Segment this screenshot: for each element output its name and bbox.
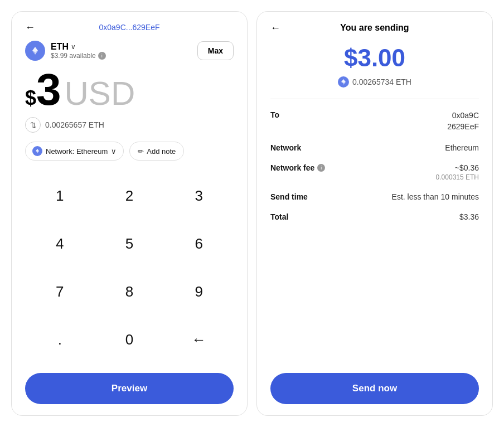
network-label: Network: Ethereum <box>46 147 108 156</box>
fee-row: Network fee i ~$0.36 0.000315 ETH <box>270 163 479 181</box>
preview-button[interactable]: Preview <box>25 373 234 404</box>
send-eth-logo-icon <box>338 76 349 88</box>
send-panel-right: ← You are sending $3.00 0.00265734 ETH T… <box>256 11 493 416</box>
network-button[interactable]: Network: Ethereum ∨ <box>25 142 124 161</box>
token-row: ETH ∨ $3.99 available i Max <box>25 41 234 61</box>
send-time-value: Est. less than 10 minutes <box>392 192 479 201</box>
numpad-8[interactable]: 8 <box>95 268 164 316</box>
add-note-button[interactable]: ✏ Add note <box>129 142 184 161</box>
app-container: ← 0x0a9C...629EeF ETH ∨ <box>0 0 504 427</box>
network-row: Network Ethereum <box>270 143 479 152</box>
spacer <box>270 232 479 366</box>
send-panel-left: ← 0x0a9C...629EeF ETH ∨ <box>11 11 248 416</box>
amount-number: 3 <box>36 67 61 112</box>
send-now-button[interactable]: Send now <box>270 373 479 404</box>
numpad-decimal[interactable]: . <box>25 316 95 364</box>
back-button-right[interactable]: ← <box>270 22 280 34</box>
eth-logo-icon <box>25 41 45 61</box>
numpad-7[interactable]: 7 <box>25 268 95 316</box>
amount-currency: USD <box>65 74 135 113</box>
eth-amount-row: ⇅ 0.00265657 ETH <box>25 117 234 133</box>
numpad-3[interactable]: 3 <box>164 172 234 220</box>
pencil-icon: ✏ <box>138 147 144 156</box>
balance-info-icon[interactable]: i <box>98 52 106 60</box>
back-button-left[interactable]: ← <box>25 22 35 33</box>
token-balance-row: $3.99 available i <box>51 52 106 60</box>
fee-eth: 0.000315 ETH <box>436 173 479 181</box>
numpad-backspace[interactable]: ← <box>164 316 234 364</box>
to-label: To <box>270 110 279 119</box>
numpad-4[interactable]: 4 <box>25 220 95 268</box>
send-amount-large: $3.00 <box>270 44 479 72</box>
total-value: $3.36 <box>459 212 479 221</box>
fee-value: ~$0.36 <box>436 163 479 172</box>
numpad: 1 2 3 4 5 6 7 8 9 . 0 ← <box>25 172 234 364</box>
send-time-row: Send time Est. less than 10 minutes <box>270 192 479 201</box>
numpad-1[interactable]: 1 <box>25 172 95 220</box>
to-address-line2: 2629EeF <box>447 122 479 133</box>
total-row: Total $3.36 <box>270 212 479 221</box>
numpad-5[interactable]: 5 <box>95 220 164 268</box>
token-symbol: ETH <box>51 42 69 52</box>
to-row: To 0x0a9C 2629EeF <box>270 110 479 132</box>
network-chevron-icon: ∨ <box>111 147 117 156</box>
add-note-label: Add note <box>147 147 176 156</box>
divider <box>270 99 479 99</box>
to-address-line1: 0x0a9C <box>447 110 479 122</box>
amount-display: $ 3 USD <box>25 67 234 113</box>
token-balance-text: $3.99 available <box>51 52 96 60</box>
network-detail-label: Network <box>270 143 301 152</box>
send-time-label: Send time <box>270 192 308 201</box>
fee-label-row: Network fee i <box>270 163 325 172</box>
page-title-right: You are sending <box>340 23 409 33</box>
network-eth-icon <box>32 146 42 156</box>
controls-row: Network: Ethereum ∨ ✏ Add note <box>25 142 234 161</box>
numpad-6[interactable]: 6 <box>164 220 234 268</box>
send-eth-row: 0.00265734 ETH <box>270 76 479 88</box>
left-header: ← 0x0a9C...629EeF <box>25 23 234 32</box>
max-button[interactable]: Max <box>197 41 234 60</box>
eth-amount-text: 0.00265657 ETH <box>45 120 104 129</box>
wallet-address[interactable]: 0x0a9C...629EeF <box>99 23 160 32</box>
token-name-row: ETH ∨ <box>51 42 106 52</box>
total-label: Total <box>270 212 288 221</box>
right-header: ← You are sending <box>270 23 479 33</box>
token-info[interactable]: ETH ∨ $3.99 available i <box>25 41 106 61</box>
fee-info-icon[interactable]: i <box>317 164 325 172</box>
network-detail-value: Ethereum <box>445 143 479 152</box>
send-eth-amount: 0.00265734 ETH <box>352 77 411 86</box>
swap-icon[interactable]: ⇅ <box>25 117 41 133</box>
numpad-0[interactable]: 0 <box>95 316 164 364</box>
numpad-2[interactable]: 2 <box>95 172 164 220</box>
token-chevron-icon[interactable]: ∨ <box>71 43 76 51</box>
dollar-sign: $ <box>25 86 36 110</box>
numpad-9[interactable]: 9 <box>164 268 234 316</box>
fee-label: Network fee <box>270 163 314 172</box>
